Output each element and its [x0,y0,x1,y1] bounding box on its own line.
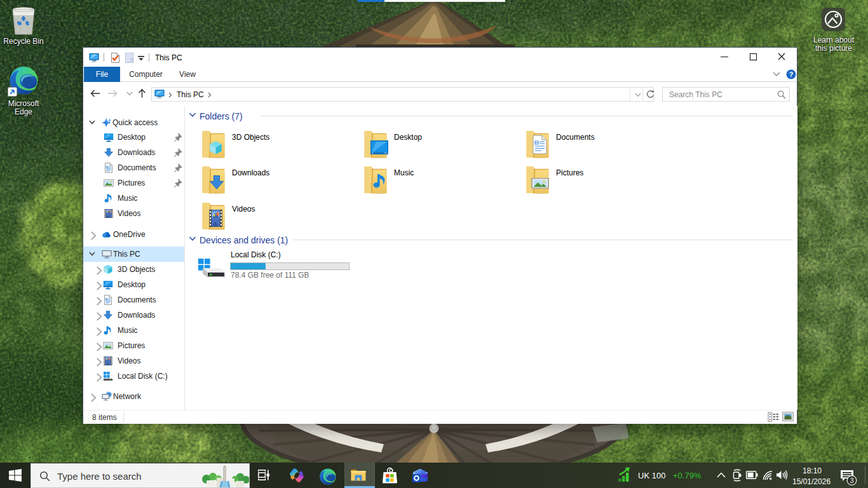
svg-text:?: ? [789,71,794,78]
svg-text:3: 3 [850,477,853,484]
